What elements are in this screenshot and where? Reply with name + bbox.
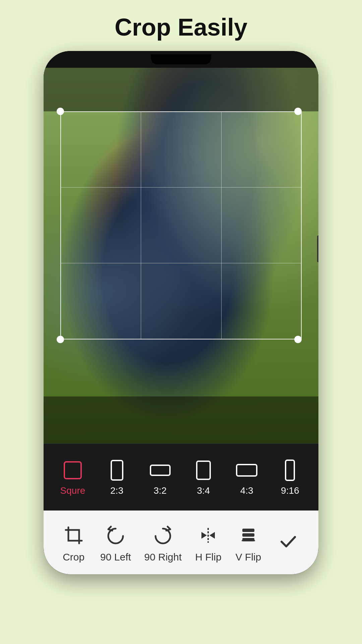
page-title: Crop Easily (115, 13, 247, 41)
action-bar: Crop 90 Left (44, 511, 318, 574)
crop-overlay (44, 68, 318, 443)
action-confirm[interactable] (275, 528, 302, 557)
svg-rect-3 (197, 461, 210, 479)
aspect-4x3-icon (235, 459, 258, 482)
aspect-9x16-icon (278, 459, 302, 482)
aspect-3x2-icon (148, 459, 172, 482)
side-button (317, 235, 318, 262)
aspect-square-icon (61, 459, 84, 482)
hflip-icon (195, 522, 222, 549)
check-icon (275, 528, 302, 554)
aspect-2x3[interactable]: 2:3 (105, 459, 129, 496)
aspect-2x3-icon (105, 459, 129, 482)
aspect-ratio-bar: Squre 2:3 3:2 (44, 443, 318, 511)
notch (151, 54, 211, 64)
svg-rect-7 (242, 529, 254, 532)
crop-rectangle[interactable] (60, 111, 302, 339)
crop-icon (60, 522, 87, 549)
crop-outside-top (44, 68, 318, 111)
phone-frame: Squre 2:3 3:2 (44, 51, 318, 574)
action-crop-label: Crop (63, 551, 84, 563)
grid-line-h1 (60, 187, 302, 187)
action-hflip-label: H Flip (195, 551, 221, 563)
aspect-square-label: Squre (60, 485, 85, 496)
svg-rect-2 (150, 465, 170, 475)
photo-area[interactable] (44, 68, 318, 443)
vflip-icon (235, 522, 262, 549)
svg-rect-4 (237, 465, 257, 476)
action-90right[interactable]: 90 Right (144, 522, 182, 563)
rotate-right-icon (149, 522, 176, 549)
svg-rect-5 (286, 460, 294, 480)
action-vflip-label: V Flip (235, 551, 261, 563)
phone-notch-area (44, 51, 318, 68)
crop-handle-top-left[interactable] (57, 108, 64, 115)
aspect-3x2-label: 3:2 (154, 485, 167, 496)
action-crop[interactable]: Crop (60, 522, 87, 563)
action-vflip[interactable]: V Flip (235, 522, 262, 563)
grid-line-v1 (141, 111, 141, 339)
aspect-9x16-label: 9:16 (281, 485, 299, 496)
action-90left-label: 90 Left (100, 551, 131, 563)
svg-rect-8 (242, 533, 254, 537)
aspect-4x3[interactable]: 4:3 (235, 459, 258, 496)
aspect-4x3-label: 4:3 (240, 485, 253, 496)
crop-handle-bottom-right[interactable] (294, 336, 302, 343)
svg-rect-0 (64, 462, 81, 479)
rotate-left-icon (102, 522, 129, 549)
aspect-3x4[interactable]: 3:4 (192, 459, 215, 496)
action-hflip[interactable]: H Flip (195, 522, 222, 563)
bottom-area: Squre 2:3 3:2 (44, 443, 318, 574)
crop-outside-bottom (44, 396, 318, 443)
aspect-square[interactable]: Squre (60, 459, 85, 496)
action-90right-label: 90 Right (144, 551, 182, 563)
crop-handle-bottom-left[interactable] (57, 336, 64, 343)
crop-handle-top-right[interactable] (294, 108, 302, 115)
aspect-9x16[interactable]: 9:16 (278, 459, 302, 496)
grid-line-h2 (60, 263, 302, 263)
action-90left[interactable]: 90 Left (100, 522, 131, 563)
grid-line-v2 (221, 111, 222, 339)
aspect-2x3-label: 2:3 (110, 485, 123, 496)
aspect-3x4-icon (192, 459, 215, 482)
svg-rect-1 (111, 461, 123, 480)
aspect-3x2[interactable]: 3:2 (148, 459, 172, 496)
aspect-3x4-label: 3:4 (197, 485, 210, 496)
